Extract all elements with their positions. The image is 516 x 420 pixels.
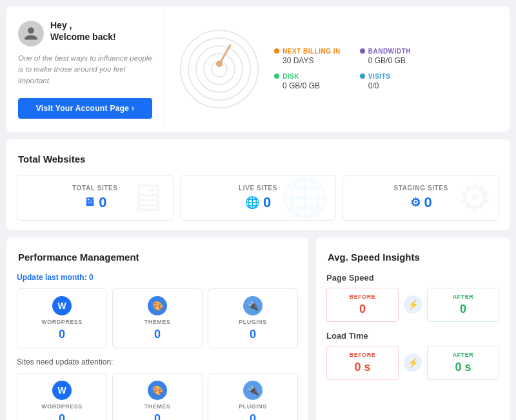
bandwidth-dot xyxy=(360,48,365,54)
total-sites-icon: 🖥 xyxy=(83,195,95,209)
staging-sites-label: STAGING SITES xyxy=(394,185,448,192)
disk-dot xyxy=(274,74,279,79)
staging-sites-bg-icon: ⚙ xyxy=(457,175,492,220)
themes-update-card: 🎨 THEMES 0 xyxy=(112,288,203,348)
target-graphic xyxy=(177,27,261,111)
bottom-section: Performance Management Update last month… xyxy=(6,237,510,420)
total-sites-label: TOTAL SITES xyxy=(72,185,118,192)
themes-attention-label: THEMES xyxy=(144,403,171,410)
metrics-grid: NEXT BILLING IN 30 DAYS BANDWIDTH 0 GB/0… xyxy=(274,48,426,90)
billing-dot xyxy=(274,48,279,54)
wordpress-attention-label: WORDPRESS xyxy=(41,403,83,410)
billing-value: 30 DAYS xyxy=(274,56,341,65)
staging-sites-icon: ⚙ xyxy=(410,195,421,210)
speed-section: Avg. Speed Insights Page Speed BEFORE 0 … xyxy=(316,237,510,420)
load-time-before-label: BEFORE xyxy=(333,352,392,358)
welcome-quote: One of the best ways to influence people… xyxy=(18,53,152,86)
bandwidth-value: 0 GB/0 GB xyxy=(360,56,426,65)
load-time-before-value: 0 s xyxy=(333,361,392,374)
plugins-attention-label: PLUGINS xyxy=(239,403,267,410)
page-speed-row: BEFORE 0 ⚡ AFTER 0 xyxy=(326,288,499,322)
themes-attention-icon: 🎨 xyxy=(147,380,168,401)
total-sites-value: 🖥 0 xyxy=(83,194,106,211)
billing-label: NEXT BILLING IN xyxy=(274,48,341,55)
svg-point-0 xyxy=(181,30,258,108)
wordpress-attention-card: W WORDPRESS 0 xyxy=(17,373,107,420)
load-time-after-value: 0 s xyxy=(434,361,492,374)
billing-metric: NEXT BILLING IN 30 DAYS xyxy=(274,48,341,65)
load-time-before-box: BEFORE 0 s xyxy=(326,346,399,380)
page-speed-after-value: 0 xyxy=(434,303,492,316)
themes-update-value: 0 xyxy=(154,328,161,341)
live-sites-card: LIVE SITES 🌐 0 🌐 xyxy=(180,175,337,221)
plugins-attention-icon: 🔌 xyxy=(243,380,263,401)
svg-point-2 xyxy=(196,46,243,92)
speed-arrow-icon: ⚡ xyxy=(404,295,422,314)
load-time-title: Load Time xyxy=(326,331,499,341)
disk-metric: DISK 0 GB/0 GB xyxy=(274,73,341,90)
themes-update-label: THEMES xyxy=(144,319,171,325)
speed-section-title: Avg. Speed Insights xyxy=(326,246,499,268)
load-time-after-box: AFTER 0 s xyxy=(427,346,499,380)
sites-cards: TOTAL SITES 🖥 0 🖥 LIVE SITES 🌐 0 🌐 STAGI… xyxy=(17,175,499,221)
total-sites-bg-icon: 🖥 xyxy=(128,175,166,220)
load-time-after-label: AFTER xyxy=(434,352,492,358)
performance-section: Performance Management Update last month… xyxy=(6,237,308,420)
update-last-month-value: 0 xyxy=(89,273,94,282)
page-speed-title: Page Speed xyxy=(326,273,499,283)
attention-cards-row: W WORDPRESS 0 🎨 THEMES 0 🔌 PLUGIN xyxy=(17,373,298,420)
wordpress-update-value: 0 xyxy=(59,328,65,341)
load-time-row: BEFORE 0 s ⚡ AFTER 0 s xyxy=(326,346,499,380)
bandwidth-metric: BANDWIDTH 0 GB/0 GB xyxy=(360,48,426,65)
visits-label: VISITS xyxy=(360,73,426,80)
visits-value: 0/0 xyxy=(360,81,426,90)
visits-metric: VISITS 0/0 xyxy=(360,73,426,90)
live-sites-label: LIVE SITES xyxy=(239,185,277,192)
visit-account-button[interactable]: Visit Your Account Page xyxy=(18,98,152,119)
live-sites-icon: 🌐 xyxy=(245,195,259,210)
websites-section: Total Websites TOTAL SITES 🖥 0 🖥 LIVE SI… xyxy=(6,139,510,230)
top-section: Hey , Welcome back! One of the best ways… xyxy=(6,6,510,132)
wordpress-attention-value: 0 xyxy=(59,412,65,420)
welcome-text: Hey , Welcome back! xyxy=(50,19,116,43)
wordpress-update-label: WORDPRESS xyxy=(41,319,83,325)
load-time-arrow-icon: ⚡ xyxy=(404,354,422,372)
page-speed-after-label: AFTER xyxy=(434,294,492,300)
update-last-month-header: Update last month: 0 xyxy=(17,273,298,282)
themes-attention-value: 0 xyxy=(154,412,161,420)
plugins-update-card: 🔌 PLUGINS 0 xyxy=(208,288,298,348)
disk-label: DISK xyxy=(274,73,341,80)
avatar xyxy=(18,21,44,46)
wordpress-icon: W xyxy=(52,295,72,316)
websites-section-title: Total Websites xyxy=(17,148,499,170)
plugins-icon: 🔌 xyxy=(243,295,263,316)
visits-dot xyxy=(360,74,365,79)
themes-icon: 🎨 xyxy=(147,295,168,316)
live-sites-value: 🌐 0 xyxy=(245,194,271,211)
total-sites-card: TOTAL SITES 🖥 0 🖥 xyxy=(17,175,174,221)
page-speed-after-box: AFTER 0 xyxy=(427,288,499,322)
live-sites-bg-icon: 🌐 xyxy=(281,175,329,221)
plugins-attention-value: 0 xyxy=(250,412,256,420)
welcome-user: Hey , Welcome back! xyxy=(18,19,152,46)
staging-sites-card: STAGING SITES ⚙ 0 ⚙ xyxy=(342,175,499,221)
welcome-panel: Hey , Welcome back! One of the best ways… xyxy=(6,6,164,132)
svg-point-6 xyxy=(216,61,223,67)
update-cards-row: W WORDPRESS 0 🎨 THEMES 0 🔌 PLUGIN xyxy=(17,288,298,348)
plugins-attention-card: 🔌 PLUGINS 0 xyxy=(208,373,298,420)
plugins-update-label: PLUGINS xyxy=(239,319,267,325)
themes-attention-card: 🎨 THEMES 0 xyxy=(112,373,203,420)
greeting-line2: Welcome back! xyxy=(50,31,116,43)
svg-point-1 xyxy=(188,38,250,100)
attention-header: Sites need update attention: xyxy=(17,357,298,366)
wordpress-update-card: W WORDPRESS 0 xyxy=(17,288,107,348)
svg-point-3 xyxy=(204,54,235,85)
page-speed-before-label: BEFORE xyxy=(333,294,392,300)
greeting-line1: Hey , xyxy=(50,19,116,31)
disk-value: 0 GB/0 GB xyxy=(274,81,341,90)
staging-sites-value: ⚙ 0 xyxy=(410,194,432,211)
page-wrapper: Hey , Welcome back! One of the best ways… xyxy=(0,0,516,420)
metrics-panel: NEXT BILLING IN 30 DAYS BANDWIDTH 0 GB/0… xyxy=(164,6,510,132)
performance-section-title: Performance Management xyxy=(17,246,298,268)
bandwidth-label: BANDWIDTH xyxy=(360,48,426,55)
